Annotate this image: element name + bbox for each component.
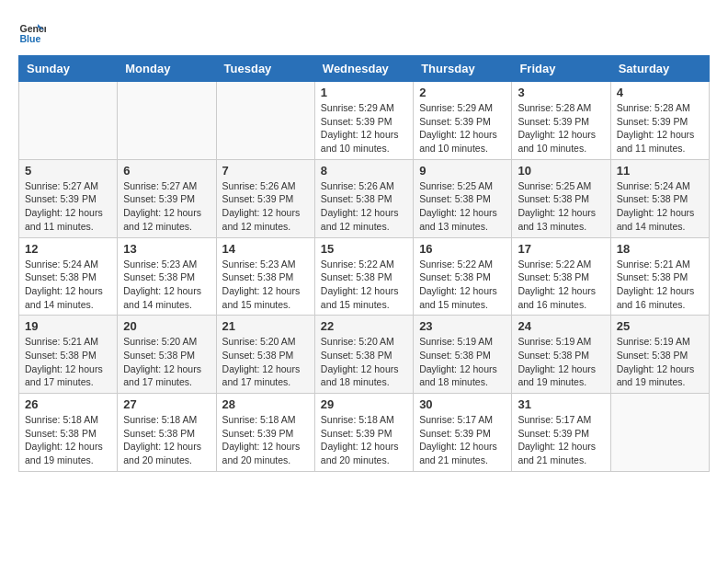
calendar-cell: 5Sunrise: 5:27 AM Sunset: 5:39 PM Daylig…	[19, 159, 118, 237]
weekday-header: Monday	[118, 56, 216, 82]
calendar-cell: 19Sunrise: 5:21 AM Sunset: 5:38 PM Dayli…	[19, 316, 118, 394]
day-number: 4	[617, 86, 703, 99]
calendar-cell: 13Sunrise: 5:23 AM Sunset: 5:38 PM Dayli…	[118, 237, 216, 316]
day-number: 13	[123, 242, 210, 256]
calendar-cell: 14Sunrise: 5:23 AM Sunset: 5:38 PM Dayli…	[216, 237, 314, 316]
calendar-cell: 7Sunrise: 5:26 AM Sunset: 5:39 PM Daylig…	[216, 159, 314, 237]
calendar-cell	[610, 394, 709, 472]
calendar-cell: 20Sunrise: 5:20 AM Sunset: 5:38 PM Dayli…	[118, 316, 216, 394]
day-number: 27	[123, 397, 210, 411]
calendar-cell: 29Sunrise: 5:18 AM Sunset: 5:39 PM Dayli…	[314, 394, 413, 472]
calendar-cell: 28Sunrise: 5:18 AM Sunset: 5:39 PM Dayli…	[216, 394, 314, 472]
day-number: 17	[518, 242, 604, 256]
calendar-cell: 8Sunrise: 5:26 AM Sunset: 5:38 PM Daylig…	[314, 159, 413, 237]
day-info: Sunrise: 5:19 AM Sunset: 5:38 PM Dayligh…	[419, 335, 506, 389]
calendar-cell: 22Sunrise: 5:20 AM Sunset: 5:38 PM Dayli…	[314, 316, 413, 394]
day-info: Sunrise: 5:29 AM Sunset: 5:39 PM Dayligh…	[321, 101, 407, 155]
day-info: Sunrise: 5:23 AM Sunset: 5:38 PM Dayligh…	[123, 258, 210, 312]
day-info: Sunrise: 5:20 AM Sunset: 5:38 PM Dayligh…	[123, 335, 210, 389]
calendar-cell: 25Sunrise: 5:19 AM Sunset: 5:38 PM Dayli…	[610, 316, 709, 394]
calendar-cell: 1Sunrise: 5:29 AM Sunset: 5:39 PM Daylig…	[314, 82, 413, 160]
day-number: 14	[222, 242, 309, 256]
day-info: Sunrise: 5:18 AM Sunset: 5:39 PM Dayligh…	[321, 413, 407, 467]
day-info: Sunrise: 5:22 AM Sunset: 5:38 PM Dayligh…	[321, 258, 407, 312]
day-number: 7	[222, 164, 309, 178]
calendar-cell: 10Sunrise: 5:25 AM Sunset: 5:38 PM Dayli…	[512, 159, 610, 237]
day-number: 25	[617, 319, 703, 333]
day-number: 19	[25, 319, 111, 333]
day-info: Sunrise: 5:23 AM Sunset: 5:38 PM Dayligh…	[222, 258, 309, 312]
logo: General Blue	[18, 18, 50, 46]
day-info: Sunrise: 5:21 AM Sunset: 5:38 PM Dayligh…	[25, 335, 111, 389]
day-number: 9	[419, 164, 506, 178]
page-header: General Blue	[18, 18, 710, 46]
calendar-cell: 31Sunrise: 5:17 AM Sunset: 5:39 PM Dayli…	[512, 394, 610, 472]
day-number: 22	[321, 319, 407, 333]
day-number: 1	[321, 86, 407, 99]
day-number: 24	[518, 319, 604, 333]
calendar-cell: 15Sunrise: 5:22 AM Sunset: 5:38 PM Dayli…	[314, 237, 413, 316]
weekday-header: Sunday	[19, 56, 118, 82]
day-info: Sunrise: 5:18 AM Sunset: 5:38 PM Dayligh…	[123, 413, 210, 467]
day-info: Sunrise: 5:27 AM Sunset: 5:39 PM Dayligh…	[25, 179, 111, 234]
calendar-cell: 26Sunrise: 5:18 AM Sunset: 5:38 PM Dayli…	[19, 394, 118, 472]
weekday-header: Tuesday	[216, 56, 314, 82]
day-number: 5	[25, 164, 111, 178]
day-info: Sunrise: 5:28 AM Sunset: 5:39 PM Dayligh…	[518, 101, 604, 155]
day-number: 31	[518, 397, 604, 411]
day-number: 12	[25, 242, 111, 256]
calendar-cell	[19, 82, 118, 160]
calendar-cell: 27Sunrise: 5:18 AM Sunset: 5:38 PM Dayli…	[118, 394, 216, 472]
day-number: 23	[419, 319, 506, 333]
calendar-cell: 3Sunrise: 5:28 AM Sunset: 5:39 PM Daylig…	[512, 82, 610, 160]
calendar-cell: 6Sunrise: 5:27 AM Sunset: 5:39 PM Daylig…	[118, 159, 216, 237]
calendar-week-row: 5Sunrise: 5:27 AM Sunset: 5:39 PM Daylig…	[19, 159, 710, 237]
calendar-cell: 30Sunrise: 5:17 AM Sunset: 5:39 PM Dayli…	[414, 394, 512, 472]
weekday-header: Saturday	[610, 56, 709, 82]
calendar-table: SundayMondayTuesdayWednesdayThursdayFrid…	[18, 55, 710, 472]
day-info: Sunrise: 5:26 AM Sunset: 5:39 PM Dayligh…	[222, 179, 309, 234]
day-info: Sunrise: 5:21 AM Sunset: 5:38 PM Dayligh…	[617, 258, 703, 312]
day-number: 16	[419, 242, 506, 256]
calendar-cell	[216, 82, 314, 160]
calendar-cell: 2Sunrise: 5:29 AM Sunset: 5:39 PM Daylig…	[414, 82, 512, 160]
day-info: Sunrise: 5:25 AM Sunset: 5:38 PM Dayligh…	[419, 179, 506, 234]
day-info: Sunrise: 5:25 AM Sunset: 5:38 PM Dayligh…	[518, 179, 604, 234]
calendar-cell: 18Sunrise: 5:21 AM Sunset: 5:38 PM Dayli…	[610, 237, 709, 316]
day-info: Sunrise: 5:17 AM Sunset: 5:39 PM Dayligh…	[518, 413, 604, 467]
day-info: Sunrise: 5:24 AM Sunset: 5:38 PM Dayligh…	[25, 258, 111, 312]
day-info: Sunrise: 5:28 AM Sunset: 5:39 PM Dayligh…	[617, 101, 703, 155]
day-number: 15	[321, 242, 407, 256]
weekday-header: Wednesday	[314, 56, 413, 82]
day-number: 20	[123, 319, 210, 333]
svg-text:Blue: Blue	[20, 33, 41, 44]
calendar-cell: 12Sunrise: 5:24 AM Sunset: 5:38 PM Dayli…	[19, 237, 118, 316]
day-number: 18	[617, 242, 703, 256]
calendar-cell: 17Sunrise: 5:22 AM Sunset: 5:38 PM Dayli…	[512, 237, 610, 316]
calendar-cell: 16Sunrise: 5:22 AM Sunset: 5:38 PM Dayli…	[414, 237, 512, 316]
day-number: 6	[123, 164, 210, 178]
calendar-week-row: 12Sunrise: 5:24 AM Sunset: 5:38 PM Dayli…	[19, 237, 710, 316]
calendar-week-row: 19Sunrise: 5:21 AM Sunset: 5:38 PM Dayli…	[19, 316, 710, 394]
day-number: 11	[617, 164, 703, 178]
day-info: Sunrise: 5:24 AM Sunset: 5:38 PM Dayligh…	[617, 179, 703, 234]
calendar-cell: 24Sunrise: 5:19 AM Sunset: 5:38 PM Dayli…	[512, 316, 610, 394]
day-info: Sunrise: 5:27 AM Sunset: 5:39 PM Dayligh…	[123, 179, 210, 234]
calendar-cell: 9Sunrise: 5:25 AM Sunset: 5:38 PM Daylig…	[414, 159, 512, 237]
day-info: Sunrise: 5:29 AM Sunset: 5:39 PM Dayligh…	[419, 101, 506, 155]
day-number: 3	[518, 86, 604, 99]
day-number: 10	[518, 164, 604, 178]
day-number: 2	[419, 86, 506, 99]
day-info: Sunrise: 5:18 AM Sunset: 5:39 PM Dayligh…	[222, 413, 309, 467]
logo-icon: General Blue	[18, 18, 46, 46]
day-number: 30	[419, 397, 506, 411]
calendar-header-row: SundayMondayTuesdayWednesdayThursdayFrid…	[19, 56, 710, 82]
day-info: Sunrise: 5:20 AM Sunset: 5:38 PM Dayligh…	[222, 335, 309, 389]
day-info: Sunrise: 5:22 AM Sunset: 5:38 PM Dayligh…	[419, 258, 506, 312]
day-number: 26	[25, 397, 111, 411]
calendar-cell: 21Sunrise: 5:20 AM Sunset: 5:38 PM Dayli…	[216, 316, 314, 394]
calendar-cell	[118, 82, 216, 160]
calendar-week-row: 1Sunrise: 5:29 AM Sunset: 5:39 PM Daylig…	[19, 82, 710, 160]
day-number: 8	[321, 164, 407, 178]
day-info: Sunrise: 5:20 AM Sunset: 5:38 PM Dayligh…	[321, 335, 407, 389]
